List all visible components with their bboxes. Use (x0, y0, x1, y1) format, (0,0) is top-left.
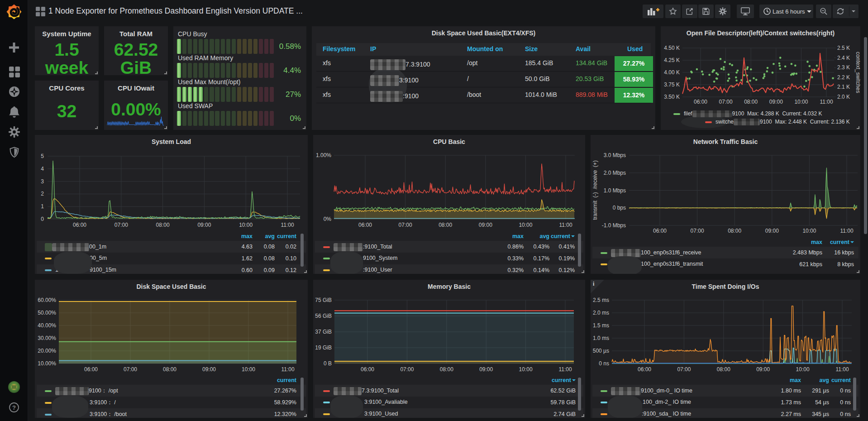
svg-text:1.00%: 1.00% (316, 152, 331, 158)
svg-text:09:00: 09:00 (197, 222, 211, 228)
svg-text:3.0 Mbps: 3.0 Mbps (604, 152, 626, 158)
svg-text:40.00%: 40.00% (38, 322, 56, 329)
svg-text:4.50 K: 4.50 K (664, 45, 680, 51)
svg-text:09:00: 09:00 (202, 366, 216, 373)
svg-text:2.2 K: 2.2 K (837, 74, 850, 81)
svg-text:50.00%: 50.00% (38, 310, 56, 316)
svg-text:transmit (-) /receive (+): transmit (-) /receive (+) (592, 160, 598, 220)
svg-text:19 GiB: 19 GiB (315, 344, 332, 351)
svg-text:1.5 ms: 1.5 ms (593, 322, 609, 329)
svg-text:11:00: 11:00 (820, 99, 833, 105)
svg-text:08:00: 08:00 (156, 222, 170, 228)
svg-text:08:00: 08:00 (163, 366, 176, 373)
svg-text:10:00: 10:00 (519, 222, 532, 228)
svg-text:08:00: 08:00 (439, 222, 452, 228)
svg-text:56 GiB: 56 GiB (315, 313, 332, 319)
svg-text:11:00: 11:00 (281, 222, 294, 228)
svg-text:context_switches: context_switches (855, 52, 860, 93)
svg-text:11:00: 11:00 (840, 228, 853, 234)
svg-text:10:00: 10:00 (802, 228, 816, 234)
svg-text:4.00 K: 4.00 K (664, 69, 680, 76)
svg-text:2.0 ms: 2.0 ms (593, 310, 609, 316)
svg-text:09:00: 09:00 (756, 366, 770, 373)
svg-text:3.50 K: 3.50 K (664, 94, 680, 100)
svg-text:07:00: 07:00 (400, 366, 414, 373)
svg-text:11:00: 11:00 (558, 366, 572, 373)
svg-text:06:00: 06:00 (84, 366, 98, 373)
svg-text:07:00: 07:00 (399, 222, 412, 228)
svg-text:500 µs: 500 µs (593, 348, 609, 354)
svg-text:07:00: 07:00 (677, 366, 691, 373)
svg-text:30.00%: 30.00% (38, 335, 56, 341)
svg-text:37 GiB: 37 GiB (315, 329, 332, 335)
svg-text:2.5 K: 2.5 K (837, 45, 850, 51)
svg-text:3: 3 (41, 178, 44, 185)
svg-text:-1.0 Mbps: -1.0 Mbps (602, 222, 626, 229)
svg-text:08:00: 08:00 (440, 366, 453, 373)
svg-text:20.00%: 20.00% (38, 348, 56, 354)
svg-text:06:00: 06:00 (638, 366, 651, 373)
svg-text:06:00: 06:00 (73, 222, 86, 228)
svg-text:2.0 Mbps: 2.0 Mbps (604, 170, 626, 176)
svg-text:11:00: 11:00 (559, 222, 572, 228)
svg-text:06:00: 06:00 (653, 228, 667, 234)
svg-text:0 ns: 0 ns (599, 360, 609, 367)
svg-text:0 bps: 0 bps (613, 205, 626, 211)
svg-text:4: 4 (41, 166, 44, 172)
svg-text:4.25 K: 4.25 K (664, 57, 680, 63)
svg-text:1.0 ms: 1.0 ms (593, 335, 609, 341)
svg-text:2.0 K: 2.0 K (837, 94, 850, 100)
svg-text:10:00: 10:00 (239, 222, 253, 228)
svg-text:2.1 K: 2.1 K (837, 84, 850, 90)
svg-text:06:00: 06:00 (361, 366, 374, 373)
svg-text:0: 0 (41, 216, 44, 222)
svg-text:09:00: 09:00 (765, 228, 779, 234)
svg-text:0%: 0% (324, 216, 332, 222)
svg-text:08:00: 08:00 (744, 99, 758, 105)
svg-text:2.4 K: 2.4 K (837, 55, 850, 61)
svg-text:07:00: 07:00 (719, 99, 733, 105)
svg-text:3.75 K: 3.75 K (664, 81, 680, 88)
svg-text:10:00: 10:00 (519, 366, 533, 373)
svg-text:07:00: 07:00 (114, 222, 128, 228)
svg-text:09:00: 09:00 (479, 222, 492, 228)
svg-text:09:00: 09:00 (769, 99, 783, 105)
svg-text:1.0 Mbps: 1.0 Mbps (604, 187, 626, 194)
svg-text:1: 1 (41, 203, 44, 210)
svg-text:10:00: 10:00 (794, 99, 808, 105)
svg-text:06:00: 06:00 (358, 222, 372, 228)
svg-text:75 GiB: 75 GiB (315, 297, 332, 303)
svg-text:2.5 ms: 2.5 ms (593, 297, 609, 303)
svg-text:?: ? (12, 404, 16, 411)
svg-text:08:00: 08:00 (728, 228, 741, 234)
svg-text:2: 2 (41, 191, 44, 197)
svg-text:11:00: 11:00 (281, 366, 294, 373)
svg-text:11:00: 11:00 (835, 366, 849, 373)
svg-text:5: 5 (41, 153, 44, 159)
svg-text:2.3 K: 2.3 K (837, 64, 850, 71)
svg-text:60.00%: 60.00% (38, 297, 56, 303)
svg-text:06:00: 06:00 (694, 99, 707, 105)
svg-text:09:00: 09:00 (479, 366, 493, 373)
svg-text:08:00: 08:00 (717, 366, 730, 373)
svg-text:07:00: 07:00 (691, 228, 704, 234)
svg-text:07:00: 07:00 (124, 366, 137, 373)
svg-text:10.00%: 10.00% (38, 360, 56, 367)
svg-text:10:00: 10:00 (242, 366, 255, 373)
svg-text:10:00: 10:00 (796, 366, 810, 373)
svg-text:0 B: 0 B (324, 360, 332, 367)
